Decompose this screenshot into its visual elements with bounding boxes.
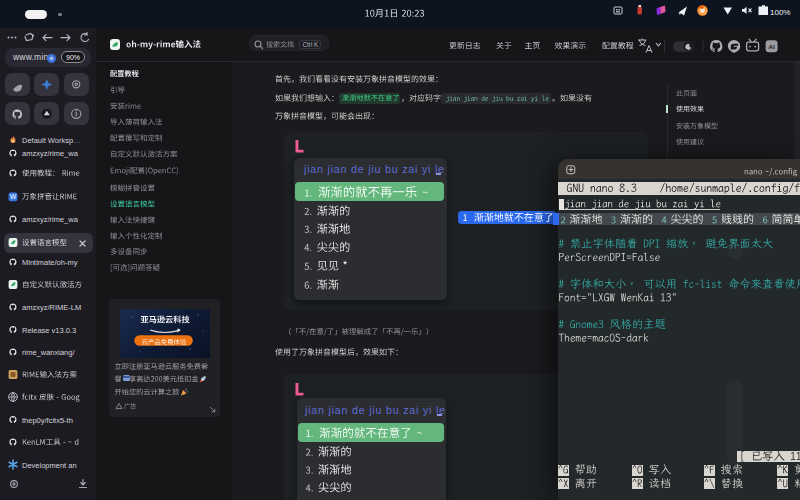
- svg-text:AI: AI: [769, 43, 775, 50]
- svg-text:W: W: [10, 193, 17, 200]
